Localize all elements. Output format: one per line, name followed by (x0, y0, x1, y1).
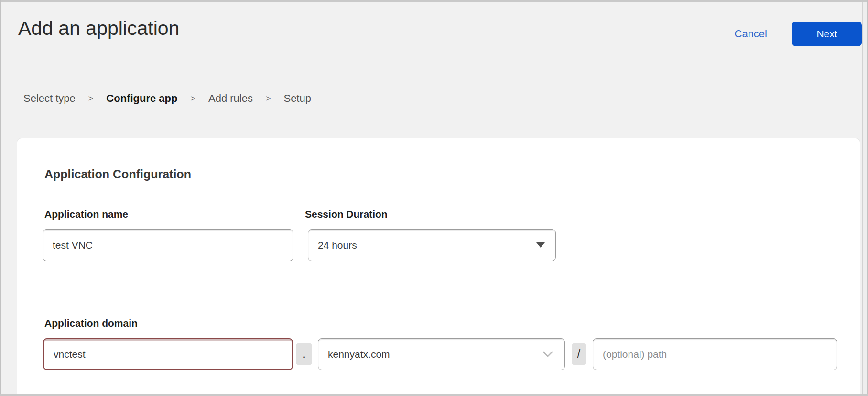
domain-dot-separator: . (296, 343, 312, 365)
cancel-button[interactable]: Cancel (732, 28, 770, 40)
domain-slash-separator: / (572, 343, 586, 365)
window-border-bottom (0, 394, 868, 396)
breadcrumb-separator: > (88, 91, 94, 106)
session-duration-select[interactable]: 24 hours (308, 229, 556, 261)
breadcrumb-step-add-rules[interactable]: Add rules (208, 91, 253, 106)
domain-select[interactable]: kennyatx.com (318, 338, 565, 370)
application-name-label: Application name (44, 208, 128, 220)
section-heading: Application Configuration (44, 167, 191, 181)
session-duration-label: Session Duration (305, 208, 388, 220)
app-window: Add an application Cancel Next Select ty… (0, 0, 868, 396)
subdomain-input[interactable] (43, 338, 293, 370)
path-input[interactable] (593, 338, 837, 370)
session-duration-value: 24 hours (318, 240, 357, 251)
breadcrumb: Select type > Configure app > Add rules … (23, 91, 311, 106)
chevron-down-icon (542, 351, 553, 357)
breadcrumb-separator: > (266, 91, 271, 106)
application-name-input[interactable] (43, 229, 293, 261)
application-configuration-card: Application Configuration Application na… (17, 138, 860, 394)
next-button[interactable]: Next (792, 22, 862, 46)
breadcrumb-separator: > (190, 91, 195, 106)
page-title: Add an application (18, 16, 179, 41)
window-border-top (0, 0, 868, 2)
window-border-left (0, 0, 1, 396)
domain-select-value: kennyatx.com (328, 349, 390, 360)
breadcrumb-step-select-type[interactable]: Select type (23, 91, 76, 106)
caret-down-icon (536, 242, 545, 248)
breadcrumb-step-setup[interactable]: Setup (283, 91, 311, 106)
application-domain-label: Application domain (44, 317, 138, 329)
breadcrumb-step-configure-app[interactable]: Configure app (106, 91, 177, 106)
header-actions: Cancel Next (732, 22, 862, 46)
scrollbar-track[interactable] (862, 2, 867, 394)
